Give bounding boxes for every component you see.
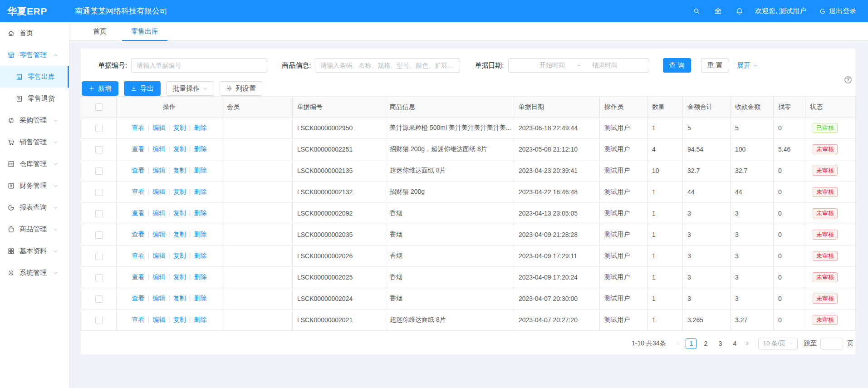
row-checkbox[interactable]: [95, 167, 103, 175]
edit-link[interactable]: 编辑: [152, 252, 165, 259]
edit-link[interactable]: 编辑: [152, 231, 165, 238]
view-link[interactable]: 查看: [132, 252, 145, 259]
sidebar-item-home[interactable]: 首页: [0, 22, 69, 44]
view-link[interactable]: 查看: [132, 273, 145, 280]
product-info-input[interactable]: [315, 58, 460, 73]
main-content: 首页 零售出库 单据编号: 商品信息: 单据日期: 开始时间 ~ 结束时间 查 …: [69, 22, 868, 388]
sidebar-item-purchase[interactable]: 采购管理: [0, 109, 69, 131]
delete-link[interactable]: 删除: [194, 231, 206, 238]
copy-link[interactable]: 复制: [173, 124, 186, 131]
page-2-button[interactable]: 2: [700, 338, 711, 349]
sidebar-item-warehouse[interactable]: 仓库管理: [0, 153, 69, 175]
row-checkbox[interactable]: [95, 295, 103, 303]
row-checkbox[interactable]: [95, 317, 103, 324]
status-badge: 未审核: [813, 251, 838, 261]
edit-link[interactable]: 编辑: [152, 167, 165, 174]
table-row: 查看|编辑|复制|删除LSCK00000002092香烟2023-04-13 2…: [81, 203, 856, 224]
storage-icon: [7, 160, 15, 168]
page-size-select[interactable]: 10 条/页: [758, 338, 798, 349]
delete-link[interactable]: 删除: [194, 316, 206, 323]
reset-button[interactable]: 重 置: [701, 58, 729, 73]
delete-link[interactable]: 删除: [194, 273, 206, 280]
search-icon[interactable]: [693, 7, 701, 15]
page-3-button[interactable]: 3: [715, 338, 726, 349]
copy-link[interactable]: 复制: [173, 145, 186, 152]
bill-no-cell: LSCK00000002024: [293, 288, 385, 309]
sidebar-item-system[interactable]: 系统管理: [0, 262, 69, 284]
copy-link[interactable]: 复制: [173, 316, 186, 323]
export-button[interactable]: 导出: [124, 81, 161, 96]
copy-link[interactable]: 复制: [173, 167, 186, 174]
add-button[interactable]: 新增: [82, 81, 118, 96]
delete-link[interactable]: 删除: [194, 252, 206, 259]
sidebar-item-retail[interactable]: 零售管理: [0, 44, 69, 66]
sidebar-item-report[interactable]: 报表查询: [0, 196, 69, 218]
date-range-picker[interactable]: 开始时间 ~ 结束时间: [508, 58, 649, 73]
edit-link[interactable]: 编辑: [152, 209, 165, 216]
delete-link[interactable]: 删除: [194, 145, 206, 152]
view-link[interactable]: 查看: [132, 145, 145, 152]
delete-link[interactable]: 删除: [194, 209, 206, 216]
row-checkbox[interactable]: [95, 125, 103, 132]
tab-retail-outbound[interactable]: 零售出库: [122, 22, 167, 40]
copy-link[interactable]: 复制: [173, 252, 186, 259]
edit-link[interactable]: 编辑: [152, 188, 165, 195]
status-badge: 未审核: [813, 230, 838, 240]
view-link[interactable]: 查看: [132, 167, 145, 174]
next-page-button[interactable]: [742, 338, 753, 349]
copy-link[interactable]: 复制: [173, 209, 186, 216]
search-button[interactable]: 查 询: [663, 58, 691, 73]
sidebar-item-product[interactable]: 商品管理: [0, 218, 69, 240]
bill-no-input[interactable]: [131, 58, 267, 73]
tab-home[interactable]: 首页: [84, 22, 116, 40]
prev-page-button[interactable]: [673, 338, 684, 349]
row-checkbox[interactable]: [95, 274, 103, 281]
view-link[interactable]: 查看: [132, 295, 145, 302]
view-link[interactable]: 查看: [132, 316, 145, 323]
copy-link[interactable]: 复制: [173, 231, 186, 238]
help-icon[interactable]: [843, 75, 853, 84]
delete-link[interactable]: 删除: [194, 295, 206, 302]
copy-link[interactable]: 复制: [173, 188, 186, 195]
page-1-button[interactable]: 1: [686, 338, 696, 349]
notification-bell-icon[interactable]: [736, 7, 743, 15]
batch-actions-button[interactable]: 批量操作: [166, 81, 214, 96]
pie-icon: [7, 204, 15, 211]
view-link[interactable]: 查看: [132, 231, 145, 238]
row-checkbox[interactable]: [95, 189, 103, 196]
copy-link[interactable]: 复制: [173, 273, 186, 280]
copy-link[interactable]: 复制: [173, 295, 186, 302]
view-link[interactable]: 查看: [132, 188, 145, 195]
sidebar-item-sales[interactable]: 销售管理: [0, 131, 69, 153]
edit-link[interactable]: 编辑: [152, 295, 165, 302]
sidebar-item-basic[interactable]: 基本资料: [0, 240, 69, 262]
page-4-button[interactable]: 4: [729, 338, 740, 349]
jump-page-input[interactable]: [820, 338, 843, 349]
edit-link[interactable]: 编辑: [152, 124, 165, 131]
expand-link[interactable]: 展开: [737, 61, 758, 70]
table-row: 查看|编辑|复制|删除LSCK00000002026香烟2023-04-09 1…: [81, 246, 856, 267]
sidebar-item-finance[interactable]: 财务管理: [0, 175, 69, 196]
logout-button[interactable]: 退出登录: [819, 7, 856, 15]
edit-link[interactable]: 编辑: [152, 316, 165, 323]
link-separator: |: [168, 252, 170, 259]
row-checkbox[interactable]: [95, 231, 103, 239]
select-all-checkbox[interactable]: [95, 103, 103, 111]
company-name: 南通某某网络科技有限公司: [75, 6, 167, 16]
column-settings-button[interactable]: 列设置: [220, 81, 262, 96]
row-checkbox[interactable]: [95, 210, 103, 217]
edit-link[interactable]: 编辑: [152, 273, 165, 280]
view-link[interactable]: 查看: [132, 209, 145, 216]
product-info-cell: 美汁源果粒橙 500ml 美汁美汁美汁美汁美...: [385, 118, 514, 139]
edit-link[interactable]: 编辑: [152, 145, 165, 152]
delete-link[interactable]: 删除: [194, 188, 206, 195]
row-checkbox[interactable]: [95, 253, 103, 260]
sidebar-item-retail-out[interactable]: 零售出库: [0, 66, 69, 88]
view-link[interactable]: 查看: [132, 124, 145, 131]
row-checkbox[interactable]: [95, 146, 103, 153]
sidebar-item-retail-return[interactable]: 零售退货: [0, 88, 69, 109]
delete-link[interactable]: 删除: [194, 124, 206, 131]
link-separator: |: [148, 316, 150, 323]
delete-link[interactable]: 删除: [194, 167, 206, 174]
bank-icon[interactable]: [714, 7, 722, 15]
